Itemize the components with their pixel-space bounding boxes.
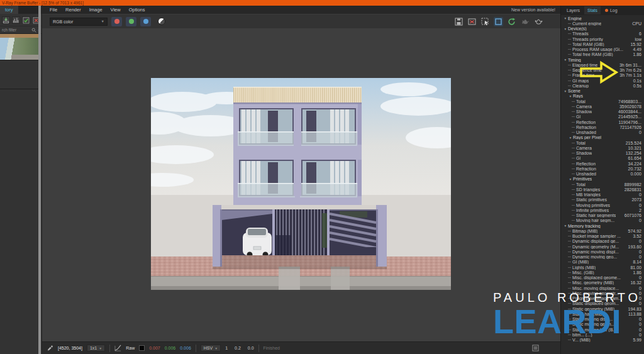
tab-stats[interactable]: Stats <box>584 6 601 14</box>
tree-expand-icon[interactable]: ▾ <box>563 27 568 31</box>
save-to-history-button[interactable] <box>2 16 10 24</box>
tree-expand-icon[interactable]: ▾ <box>568 177 573 181</box>
tree-branch-line <box>572 111 575 112</box>
stats-row: Moving primitives0 <box>561 202 644 207</box>
watermark: PAULO ROBERTO LEARDI <box>493 290 641 337</box>
tree-expand-icon[interactable]: ▾ <box>563 58 568 62</box>
stat-value: 0.1s <box>631 79 641 83</box>
raw-label[interactable]: Raw <box>126 346 135 350</box>
stats-row: Bucket image sampler ...3.52 <box>561 234 644 239</box>
stats-row: Misc. displaced geome...0 <box>561 275 644 280</box>
stats-group-row[interactable]: ▾Device(s) <box>561 26 644 31</box>
stats-row: GI (MiB)8.14 <box>561 260 644 265</box>
menu-item-image[interactable]: Image <box>89 7 103 13</box>
stat-label: Total <box>576 182 586 187</box>
stats-group-row[interactable]: ▾Engine <box>561 16 644 21</box>
stats-group-row[interactable]: ▾Rays <box>561 94 644 99</box>
red-channel-button[interactable] <box>111 17 122 26</box>
stats-row: Reflection34.224 <box>561 161 644 166</box>
stat-value: 3h 7m 1.1s <box>618 73 641 77</box>
menu-item-view[interactable]: View <box>111 7 121 13</box>
tab-log[interactable]: Log <box>602 6 621 14</box>
stats-row: Unshaded0 <box>561 130 644 135</box>
window-title-bar[interactable]: V-Ray Frame Buffer - [12.5% of 7013 x 49… <box>0 0 644 6</box>
stat-label: Threads priority <box>572 37 603 41</box>
ab-compare-button[interactable] <box>12 16 20 24</box>
tree-branch-line <box>568 70 571 70</box>
tree-branch-line <box>568 75 571 75</box>
tab-history[interactable]: tory <box>0 6 18 14</box>
stat-label: Misc. moving displace... <box>572 286 619 290</box>
curve-correction-icon[interactable] <box>114 345 121 351</box>
tree-expand-icon[interactable]: ▾ <box>563 224 568 228</box>
region-render-button[interactable] <box>480 17 490 26</box>
stat-value: 2826831 <box>623 187 641 192</box>
set-check-button[interactable] <box>22 16 30 24</box>
history-search-text: rch filter <box>2 28 31 32</box>
stats-group-row[interactable]: ▾Primitives <box>561 177 644 182</box>
panel-toggle-icon[interactable] <box>532 345 539 351</box>
stat-label: Camera <box>576 146 592 150</box>
stats-group-row[interactable]: ▾Rays per Pixel <box>561 135 644 140</box>
stats-group-row[interactable]: ▾Memory tracking <box>561 223 644 228</box>
history-toolbar <box>0 14 42 26</box>
stat-label: Primitives <box>573 177 592 181</box>
history-thumbnail-corridor[interactable] <box>0 34 38 60</box>
pixel-color-swatch <box>139 345 145 351</box>
stop-render-button[interactable] <box>520 17 530 26</box>
blue-channel-button[interactable] <box>140 17 151 26</box>
history-scrollbar[interactable] <box>38 6 41 354</box>
color-picker-icon[interactable] <box>47 345 53 351</box>
stats-row: SD triangles2826831 <box>561 187 644 192</box>
scrollbar-thumb[interactable] <box>38 6 41 354</box>
tab-label: Stats <box>587 6 597 14</box>
render-button[interactable] <box>533 17 543 26</box>
green-channel-button[interactable] <box>126 17 136 26</box>
stat-label: Static primitives <box>576 197 607 202</box>
tree-expand-icon[interactable]: ▾ <box>568 94 573 98</box>
tree-branch-line <box>572 143 575 143</box>
stat-value: 3.52 <box>631 234 641 238</box>
new-version-link[interactable]: New version available! <box>511 8 555 12</box>
stat-value: 132.254 <box>624 151 641 155</box>
stat-label: Camera <box>576 104 592 109</box>
track-mouse-button[interactable] <box>494 17 503 26</box>
check-icon <box>23 17 30 24</box>
tab-layers[interactable]: Layers <box>564 6 583 14</box>
tree-expand-icon[interactable]: ▾ <box>563 16 568 20</box>
render-last-button[interactable] <box>507 17 516 26</box>
zoom-select[interactable]: 1x1 ▼ <box>87 345 105 351</box>
menu-item-file[interactable]: File <box>50 7 57 13</box>
stat-value: 193.60 <box>626 245 641 249</box>
stat-label: Total <box>576 141 586 145</box>
tree-branch-line <box>572 132 575 133</box>
menu-item-render[interactable]: Render <box>65 7 81 13</box>
tab-label: Log <box>610 6 618 14</box>
stats-group-row[interactable]: ▾Scene <box>561 89 644 94</box>
menu-item-options[interactable]: Options <box>129 7 145 13</box>
stat-label: Unshaded <box>576 172 596 176</box>
save-image-button[interactable] <box>454 17 464 26</box>
stats-row: Misc. geometry (MiB)16.32 <box>561 280 644 285</box>
tree-expand-icon[interactable]: ▾ <box>568 136 573 140</box>
tree-branch-line <box>568 277 571 278</box>
stats-row: Total215.524 <box>561 140 644 145</box>
display-value-2: 0.0 <box>248 346 254 350</box>
stat-value: 6 <box>637 31 641 36</box>
stat-label: Refraction <box>576 125 596 130</box>
stat-value: 8.14 <box>631 260 641 264</box>
clear-image-button[interactable] <box>467 17 477 26</box>
tree-expand-icon[interactable]: ▾ <box>563 89 568 93</box>
stats-row: Bitmap (MiB)574.92 <box>561 228 644 233</box>
color-mode-select[interactable]: HSV ▼ <box>201 345 221 351</box>
stat-label: Scene <box>568 89 580 93</box>
history-thumbnail-room[interactable] <box>0 60 38 89</box>
tree-branch-line <box>568 272 571 273</box>
channel-select[interactable]: RGB color ▼ <box>50 18 108 26</box>
stat-label: Misc. (GiB) <box>572 270 594 275</box>
stop-render-teapot-icon <box>521 18 530 26</box>
history-search-field[interactable]: rch filter ▾ <box>0 26 42 34</box>
stat-value: 0 <box>637 239 641 243</box>
mono-channel-button[interactable] <box>156 17 167 26</box>
stats-row: Infinite primitives2 <box>561 207 644 213</box>
